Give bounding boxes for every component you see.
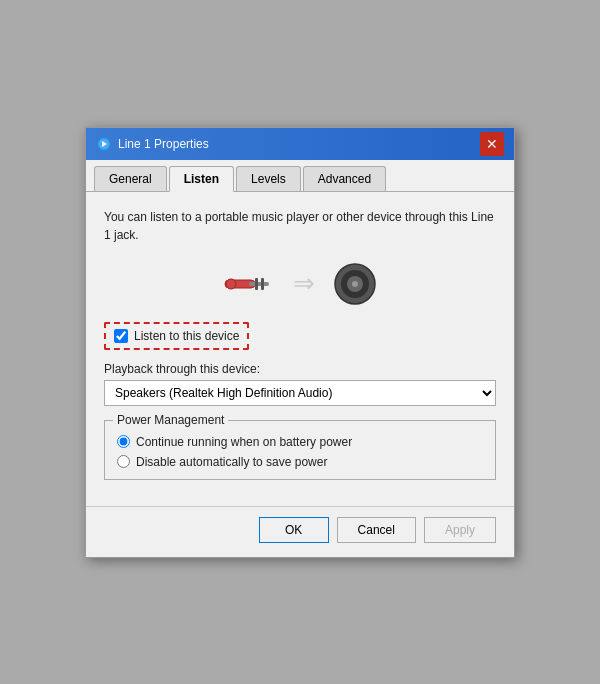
svg-point-6	[226, 279, 236, 289]
listen-label[interactable]: Listen to this device	[134, 329, 239, 343]
dialog-title: Line 1 Properties	[118, 137, 209, 151]
disable-label[interactable]: Disable automatically to save power	[136, 455, 327, 469]
svg-rect-4	[255, 278, 258, 290]
tab-levels[interactable]: Levels	[236, 166, 301, 191]
close-button[interactable]: ✕	[480, 132, 504, 156]
listen-checkbox[interactable]	[114, 329, 128, 343]
device-icons-row: ⇒	[104, 262, 496, 306]
line1-properties-dialog: Line 1 Properties ✕ General Listen Level…	[85, 127, 515, 558]
battery-label[interactable]: Continue running when on battery power	[136, 435, 352, 449]
description-text: You can listen to a portable music playe…	[104, 208, 496, 244]
audio-icon	[96, 136, 112, 152]
title-bar-left: Line 1 Properties	[96, 136, 209, 152]
svg-rect-5	[261, 278, 264, 290]
arrow-icon: ⇒	[293, 268, 315, 299]
svg-rect-3	[249, 282, 269, 286]
speaker-icon	[333, 262, 377, 306]
apply-button[interactable]: Apply	[424, 517, 496, 543]
playback-dropdown-row: Speakers (Realtek High Definition Audio)…	[104, 380, 496, 406]
power-management-group: Power Management Continue running when o…	[104, 420, 496, 480]
radio-row-battery: Continue running when on battery power	[117, 435, 483, 449]
playback-select[interactable]: Speakers (Realtek High Definition Audio)…	[104, 380, 496, 406]
button-bar: OK Cancel Apply	[86, 506, 514, 557]
power-management-legend: Power Management	[113, 413, 228, 427]
svg-point-10	[352, 281, 358, 287]
tab-advanced[interactable]: Advanced	[303, 166, 386, 191]
battery-radio[interactable]	[117, 435, 130, 448]
cancel-button[interactable]: Cancel	[337, 517, 416, 543]
listen-checkbox-row: Listen to this device	[104, 322, 249, 350]
radio-row-disable: Disable automatically to save power	[117, 455, 483, 469]
audio-plug-icon	[223, 264, 275, 304]
disable-radio[interactable]	[117, 455, 130, 468]
playback-label: Playback through this device:	[104, 362, 496, 376]
content-area: You can listen to a portable music playe…	[86, 192, 514, 506]
tab-listen[interactable]: Listen	[169, 166, 234, 192]
title-bar: Line 1 Properties ✕	[86, 128, 514, 160]
ok-button[interactable]: OK	[259, 517, 329, 543]
tab-general[interactable]: General	[94, 166, 167, 191]
tabs-bar: General Listen Levels Advanced	[86, 160, 514, 192]
